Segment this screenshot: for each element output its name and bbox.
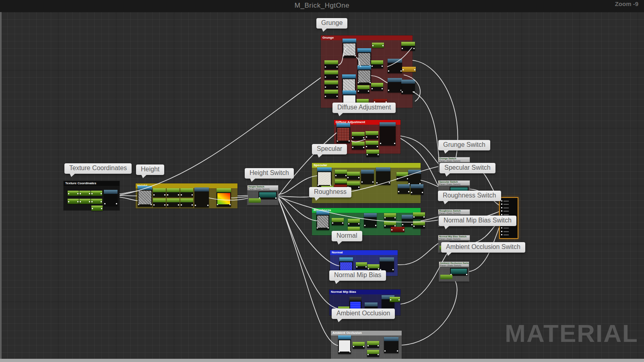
- comment-bubble-ambient-occlusion-switch[interactable]: Ambient Occlusion Switch: [441, 242, 525, 253]
- function-node[interactable]: [194, 187, 209, 208]
- material-input-pin[interactable]: [501, 204, 502, 205]
- comment-bubble-ambient-occlusion[interactable]: Ambient Occlusion: [332, 309, 395, 319]
- parameter-node[interactable]: [335, 170, 347, 178]
- comment-bubble-roughness[interactable]: Roughness: [309, 187, 351, 197]
- parameter-node[interactable]: [167, 198, 180, 207]
- comment-bubble-texture-coordinates[interactable]: Texture Coordinates: [64, 163, 132, 174]
- parameter-node[interactable]: [413, 212, 425, 219]
- node-header: [357, 66, 371, 70]
- parameter-node[interactable]: [371, 83, 383, 91]
- texture-sample-node[interactable]: [357, 48, 371, 68]
- scalar-node[interactable]: [91, 191, 102, 196]
- function-node[interactable]: [380, 122, 396, 146]
- function-node[interactable]: [364, 213, 377, 228]
- switch-node-height-switch[interactable]: Height SwitchParam (Static Switch): [248, 185, 278, 205]
- function-node[interactable]: [402, 215, 413, 227]
- material-input-label: [504, 231, 509, 232]
- parameter-node[interactable]: [367, 350, 379, 357]
- parameter-node[interactable]: [371, 60, 383, 68]
- parameter-node[interactable]: [352, 132, 365, 140]
- texture-sample-node[interactable]: [138, 186, 152, 207]
- material-input-label: [504, 211, 509, 212]
- switch-node-ambient-occlusion-switch[interactable]: Ambient Occlusion SwitchParam (Static Sw…: [439, 262, 469, 281]
- red-node[interactable]: [391, 227, 405, 232]
- material-input-pin[interactable]: [501, 200, 502, 202]
- parameter-node[interactable]: [352, 142, 365, 150]
- comment-bubble-grunge[interactable]: Grunge: [316, 18, 347, 29]
- texture-sample-node[interactable]: [336, 123, 350, 143]
- switch-node-subtitle: Param (Static Switch): [439, 212, 469, 214]
- comment-bubble-height[interactable]: Height: [136, 165, 164, 175]
- scalar-node[interactable]: [390, 297, 400, 302]
- comment-bubble-specular-switch[interactable]: Specular Switch: [440, 163, 495, 173]
- scalar-node[interactable]: [79, 191, 91, 196]
- material-editor-window: MATERIAL M_Brick_HgtOne Zoom -9 GrungeDi…: [0, 0, 644, 362]
- parameter-node[interactable]: [384, 213, 396, 220]
- parameter-node[interactable]: [332, 218, 344, 225]
- function-node[interactable]: [361, 170, 374, 184]
- parameter-node[interactable]: [167, 188, 180, 197]
- material-input-pin[interactable]: [501, 227, 502, 228]
- title-bar: M_Brick_HgtOne Zoom -9: [0, 0, 644, 12]
- material-input-pin[interactable]: [501, 231, 502, 232]
- gradient-preview-node[interactable]: [217, 188, 231, 207]
- material-input-pin[interactable]: [501, 207, 502, 208]
- parameter-node[interactable]: [356, 262, 367, 269]
- node-header: [408, 170, 421, 174]
- comment-bubble-specular[interactable]: Specular: [312, 144, 347, 154]
- parameter-node[interactable]: [396, 172, 409, 181]
- function-node[interactable]: [388, 59, 402, 73]
- comment-bubble-grunge-switch[interactable]: Grunge Switch: [438, 140, 490, 150]
- function-node[interactable]: [411, 184, 423, 195]
- parameter-node[interactable]: [348, 219, 360, 226]
- scalar-node[interactable]: [91, 199, 102, 204]
- texture-sample-node[interactable]: [317, 167, 332, 187]
- function-node[interactable]: [401, 80, 415, 94]
- texture-sample-node[interactable]: [343, 39, 356, 58]
- texture-sample-node[interactable]: [338, 335, 351, 354]
- function-node[interactable]: [380, 257, 394, 272]
- scalar-node[interactable]: [372, 43, 384, 48]
- gold-node[interactable]: [402, 67, 416, 72]
- parameter-node[interactable]: [367, 341, 379, 348]
- parameter-node[interactable]: [324, 90, 338, 99]
- material-input-pin[interactable]: [501, 210, 502, 212]
- function-node[interactable]: [384, 337, 398, 353]
- parameter-node[interactable]: [366, 150, 379, 157]
- comment-bubble-normal[interactable]: Normal: [332, 231, 362, 241]
- comment-bubble-normal-mip-bias[interactable]: Normal Mip Bias: [329, 270, 386, 281]
- texture-sample-node[interactable]: [357, 66, 371, 85]
- scalar-node[interactable]: [91, 206, 103, 211]
- function-node[interactable]: [376, 167, 390, 185]
- parameter-node[interactable]: [153, 198, 166, 207]
- parameter-node[interactable]: [324, 60, 338, 69]
- material-input-pin[interactable]: [501, 234, 502, 235]
- comment-bubble-height-switch[interactable]: Height Switch: [245, 168, 294, 179]
- function-node[interactable]: [388, 78, 402, 93]
- function-node[interactable]: [398, 184, 410, 194]
- parameter-node[interactable]: [324, 70, 338, 79]
- parameter-node[interactable]: [180, 198, 193, 207]
- function-node[interactable]: [408, 170, 421, 186]
- comment-bubble-diffuse-adjustment[interactable]: Diffuse Adjustment: [332, 103, 396, 113]
- switch-preview-node: [258, 191, 277, 200]
- material-input-pin[interactable]: [501, 214, 502, 215]
- parameter-node[interactable]: [153, 188, 166, 197]
- parameter-node[interactable]: [365, 141, 378, 149]
- texture-sample-node[interactable]: [316, 211, 329, 230]
- scalar-node[interactable]: [68, 199, 79, 204]
- parameter-node[interactable]: [324, 80, 338, 89]
- parameter-node[interactable]: [401, 42, 415, 51]
- parameter-node[interactable]: [180, 188, 193, 197]
- parameter-node[interactable]: [413, 221, 425, 228]
- switch-param-node: [249, 198, 261, 203]
- parameter-node[interactable]: [365, 131, 378, 139]
- comment-bubble-roughness-switch[interactable]: Roughness Switch: [438, 191, 501, 201]
- parameter-node[interactable]: [357, 85, 369, 93]
- scalar-node[interactable]: [68, 191, 79, 196]
- function-node[interactable]: [104, 190, 118, 206]
- comment-bubble-normal-mip-bias-switch[interactable]: Normal Mip Bias Switch: [439, 216, 516, 226]
- parameter-node[interactable]: [353, 342, 365, 349]
- parameter-node[interactable]: [347, 172, 360, 180]
- scalar-node[interactable]: [79, 199, 91, 204]
